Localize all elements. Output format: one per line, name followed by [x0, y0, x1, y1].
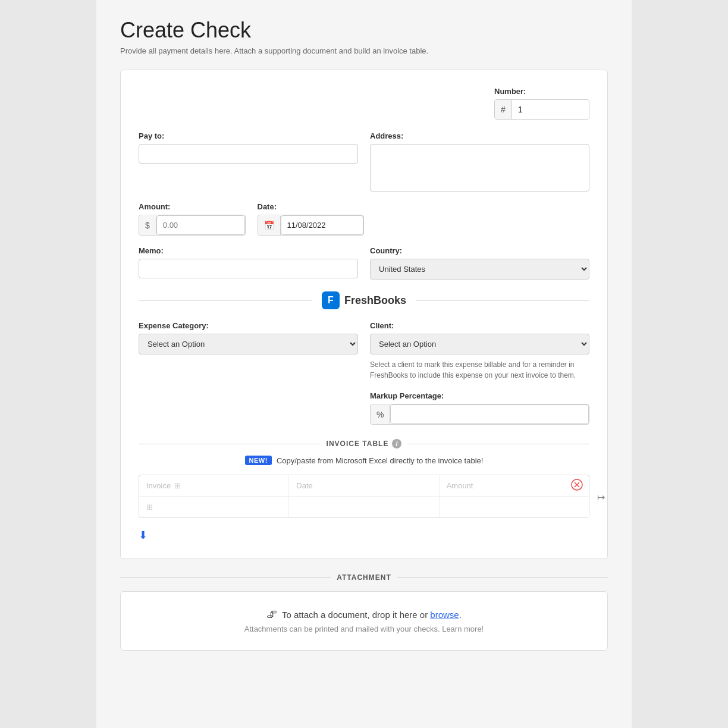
invoice-col-grid-icon: ⊞ — [174, 481, 181, 490]
invoice-table-scroll: Invoice ⊞ ⊞ — [139, 475, 589, 518]
attachment-text: 🖇 To attach a document, drop it here or … — [139, 608, 589, 621]
attach-main-text: To attach a document, drop it here or — [282, 610, 428, 620]
invoice-table-line-left — [139, 444, 321, 444]
expense-category-col: Expense Category: Select an Option — [139, 321, 358, 381]
markup-input[interactable] — [390, 404, 589, 424]
amount-label: Amount: — [139, 202, 246, 211]
page-subtitle: Provide all payment details here. Attach… — [120, 46, 608, 55]
markup-row: Markup Percentage: % — [370, 391, 589, 425]
country-select[interactable]: United States Canada United Kingdom Aust… — [370, 259, 589, 280]
invoice-table-info-icon[interactable]: i — [392, 439, 401, 448]
amount-prefix-symbol: $ — [139, 216, 156, 235]
freshbooks-icon: F — [322, 291, 340, 309]
date-label: Date: — [258, 202, 365, 211]
data-col1-grid-icon: ⊞ — [146, 503, 153, 512]
page-title: Create Check — [120, 18, 608, 43]
attachment-line-right — [397, 578, 608, 578]
client-select[interactable]: Select an Option — [370, 334, 589, 354]
pay-to-label: Pay to: — [139, 131, 358, 140]
attachment-label: ATTACHMENT — [337, 573, 391, 582]
markup-prefix-symbol: % — [371, 405, 390, 424]
number-label: Number: — [494, 87, 526, 96]
number-hash-symbol: # — [495, 100, 512, 119]
calendar-icon: 📅 — [258, 216, 281, 235]
date-col: Date: 📅 — [258, 202, 365, 236]
freshbooks-logo: F FreshBooks — [322, 291, 406, 309]
divider-line-left — [139, 300, 312, 301]
country-col: Country: United States Canada United Kin… — [370, 246, 589, 280]
memo-input[interactable] — [139, 259, 358, 278]
address-spacer — [376, 202, 589, 236]
date-wrap: 📅 — [258, 215, 365, 236]
add-row-area: ⬇ — [139, 523, 589, 542]
invoice-table-header-row: Invoice ⊞ — [139, 475, 589, 496]
invoice-table-data-row: ⊞ — [139, 496, 589, 517]
invoice-data-col1: ⊞ — [139, 497, 289, 517]
date-col-header[interactable] — [289, 475, 439, 496]
add-row-icon: ⬇ — [139, 529, 148, 542]
freshbooks-text: FreshBooks — [344, 294, 406, 307]
address-label: Address: — [370, 131, 589, 140]
expense-category-select[interactable]: Select an Option — [139, 334, 358, 354]
pay-address-row: Pay to: Address: — [139, 131, 589, 192]
new-badge: NEW! — [245, 456, 272, 465]
invoice-table-line-right — [407, 444, 589, 444]
attach-period: . — [459, 610, 462, 620]
expand-right-icon[interactable]: ↦ — [597, 491, 605, 502]
amount-col: Amount: $ — [139, 202, 246, 236]
invoice-col-label: Invoice — [146, 481, 171, 490]
date-input[interactable] — [281, 215, 364, 235]
new-badge-text: Copy/paste from Microsoft Excel directly… — [277, 456, 484, 465]
attachment-line-left — [120, 578, 331, 578]
expense-client-row: Expense Category: Select an Option Clien… — [139, 321, 589, 381]
divider-line-right — [416, 300, 589, 301]
amount-date-row: Amount: $ Date: 📅 — [139, 202, 589, 236]
markup-col: Markup Percentage: % — [370, 391, 589, 425]
attachment-card: 🖇 To attach a document, drop it here or … — [120, 591, 608, 651]
pay-to-input[interactable] — [139, 144, 358, 164]
address-col: Address: — [370, 131, 589, 192]
client-col: Client: Select an Option Select a client… — [370, 321, 589, 381]
close-table-button[interactable] — [571, 479, 583, 491]
invoice-data-col3[interactable] — [440, 497, 589, 517]
invoice-data-col2[interactable] — [289, 497, 439, 517]
new-badge-row: NEW! Copy/paste from Microsoft Excel dir… — [139, 456, 589, 465]
memo-label: Memo: — [139, 246, 358, 255]
client-help-text: Select a client to mark this expense bil… — [370, 359, 589, 381]
country-label: Country: — [370, 246, 589, 255]
freshbooks-divider: F FreshBooks — [139, 291, 589, 309]
address-textarea[interactable] — [370, 144, 589, 192]
number-input[interactable] — [512, 100, 589, 119]
browse-link[interactable]: browse — [430, 610, 459, 620]
paperclip-icon: 🖇 — [266, 608, 277, 620]
pay-to-col: Pay to: — [139, 131, 358, 192]
invoice-table-label: INVOICE TABLE i — [327, 439, 402, 448]
invoice-col-header: Invoice ⊞ — [139, 475, 289, 496]
number-row: Number: # — [139, 87, 589, 120]
attachment-header: ATTACHMENT — [120, 573, 608, 582]
markup-label: Markup Percentage: — [370, 391, 589, 400]
expense-category-label: Expense Category: — [139, 321, 358, 330]
markup-wrap: % — [370, 404, 589, 425]
invoice-table-text: INVOICE TABLE — [327, 440, 389, 448]
memo-country-row: Memo: Country: United States Canada Unit… — [139, 246, 589, 280]
invoice-table-header: INVOICE TABLE i — [139, 439, 589, 448]
memo-col: Memo: — [139, 246, 358, 280]
amount-wrap: $ — [139, 215, 246, 236]
amount-col-header[interactable] — [440, 475, 589, 496]
invoice-table-wrapper: Invoice ⊞ ⊞ ↦ — [139, 475, 589, 518]
amount-input[interactable] — [156, 215, 245, 235]
client-label: Client: — [370, 321, 589, 330]
main-form-card: Number: # Pay to: Address: Amount: — [120, 70, 608, 559]
add-row-button[interactable]: ⬇ — [139, 529, 148, 542]
number-input-wrap: # — [494, 99, 589, 120]
number-group: Number: # — [494, 87, 589, 120]
attachment-subtext: Attachments can be printed and mailed wi… — [139, 625, 589, 633]
